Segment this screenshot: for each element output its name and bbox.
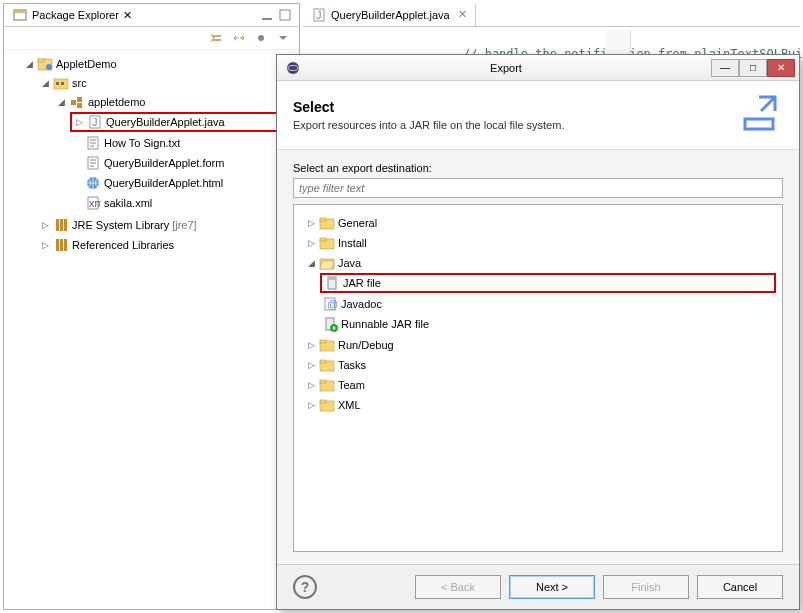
html-file-icon: [85, 175, 101, 191]
expander-icon[interactable]: ▷: [40, 240, 50, 250]
library-icon: [53, 237, 69, 253]
refs-label: Referenced Libraries: [72, 239, 174, 251]
destination-tree[interactable]: ▷General ▷Install ◢Java JAR file @Javado…: [293, 204, 783, 552]
package-folder-icon: [53, 75, 69, 91]
folder-icon: [319, 337, 335, 353]
category-label: Tasks: [338, 359, 366, 371]
folder-icon: [319, 357, 335, 373]
category-label: Install: [338, 237, 367, 249]
svg-point-29: [287, 62, 299, 74]
package-explorer-title: Package Explorer: [32, 9, 119, 21]
svg-rect-9: [56, 82, 59, 85]
src-folder-node[interactable]: ◢ src: [38, 74, 297, 92]
package-explorer-panel: Package Explorer ✕ ◢ AppletDemo: [3, 3, 300, 610]
minimize-button[interactable]: —: [711, 59, 739, 77]
filter-input[interactable]: [293, 178, 783, 198]
svg-rect-2: [262, 18, 272, 20]
expander-icon[interactable]: ▷: [74, 117, 84, 127]
expander-icon[interactable]: ▷: [40, 220, 50, 230]
category-tasks[interactable]: ▷Tasks: [304, 356, 776, 374]
close-icon[interactable]: ✕: [458, 8, 467, 21]
folder-icon: [319, 397, 335, 413]
xml-file-icon: xml: [85, 195, 101, 211]
maximize-button[interactable]: □: [739, 59, 767, 77]
svg-rect-12: [77, 97, 82, 102]
export-option-runnable-jar[interactable]: Runnable JAR file: [320, 315, 776, 333]
view-menu-icon[interactable]: [275, 30, 291, 46]
file-label: sakila.xml: [104, 197, 152, 209]
category-label: Team: [338, 379, 365, 391]
svg-rect-11: [71, 100, 76, 105]
package-explorer-header: Package Explorer ✕: [4, 4, 299, 27]
close-icon[interactable]: ✕: [123, 9, 132, 22]
referenced-libraries-node[interactable]: ▷ Referenced Libraries: [38, 236, 297, 254]
export-option-javadoc[interactable]: @Javadoc: [320, 295, 776, 313]
finish-button: Finish: [603, 575, 689, 599]
java-file-icon: J: [87, 114, 103, 130]
expander-icon[interactable]: ◢: [56, 97, 66, 107]
package-node[interactable]: ◢ appletdemo: [54, 93, 297, 111]
folder-open-icon: [319, 255, 335, 271]
category-xml[interactable]: ▷XML: [304, 396, 776, 414]
category-install[interactable]: ▷Install: [304, 234, 776, 252]
category-general[interactable]: ▷General: [304, 214, 776, 232]
export-dialog: Export — □ ✕ Select Export resources int…: [276, 54, 800, 610]
text-file-node[interactable]: How To Sign.txt: [70, 134, 297, 152]
editor-tab[interactable]: J QueryBuilderApplet.java ✕: [303, 4, 476, 26]
export-option-jar-highlighted[interactable]: JAR file: [320, 273, 776, 293]
expander-icon[interactable]: ◢: [40, 78, 50, 88]
svg-rect-26: [64, 239, 67, 251]
minimize-icon[interactable]: [259, 7, 275, 23]
file-icon: [85, 155, 101, 171]
option-label: Runnable JAR file: [341, 318, 429, 330]
svg-rect-47: [320, 380, 326, 383]
help-button[interactable]: ?: [293, 575, 317, 599]
src-label: src: [72, 77, 87, 89]
package-explorer-toolbar: [4, 27, 299, 50]
jre-library-node[interactable]: ▷ JRE System Library [jre7]: [38, 216, 297, 234]
svg-rect-34: [320, 238, 326, 241]
html-file-node[interactable]: QueryBuilderApplet.html: [70, 174, 297, 192]
category-label: XML: [338, 399, 361, 411]
folder-icon: [319, 215, 335, 231]
category-java[interactable]: ◢Java: [304, 254, 776, 272]
dialog-heading: Select: [293, 99, 564, 115]
maximize-icon[interactable]: [277, 7, 293, 23]
svg-rect-37: [328, 277, 336, 280]
jre-version: [jre7]: [172, 219, 196, 231]
destination-label: Select an export destination:: [293, 162, 783, 174]
file-label: QueryBuilderApplet.form: [104, 157, 224, 169]
expander-icon[interactable]: ◢: [24, 59, 34, 69]
category-team[interactable]: ▷Team: [304, 376, 776, 394]
package-explorer-tab[interactable]: Package Explorer ✕: [4, 4, 140, 26]
project-icon: [37, 56, 53, 72]
category-label: Java: [338, 257, 361, 269]
category-label: Run/Debug: [338, 339, 394, 351]
cancel-button[interactable]: Cancel: [697, 575, 783, 599]
svg-rect-1: [14, 10, 26, 13]
library-icon: [53, 217, 69, 233]
collapse-all-icon[interactable]: [209, 30, 225, 46]
java-file-icon: J: [311, 7, 327, 23]
file-label: QueryBuilderApplet.java: [106, 116, 225, 128]
form-file-node[interactable]: QueryBuilderApplet.form: [70, 154, 297, 172]
xml-file-node[interactable]: xmlsakila.xml: [70, 194, 297, 212]
dialog-title-bar: Export — □ ✕: [277, 55, 799, 81]
svg-rect-23: [64, 219, 67, 231]
java-file-node-highlighted[interactable]: ▷ J QueryBuilderApplet.java: [70, 112, 297, 132]
svg-rect-6: [38, 59, 44, 62]
svg-rect-3: [280, 10, 290, 20]
dialog-footer: ? < Back Next > Finish Cancel: [277, 564, 799, 609]
link-editor-icon[interactable]: [231, 30, 247, 46]
svg-text:J: J: [316, 9, 322, 21]
focus-icon[interactable]: [253, 30, 269, 46]
package-label: appletdemo: [88, 96, 146, 108]
category-rundebug[interactable]: ▷Run/Debug: [304, 336, 776, 354]
export-icon: [735, 91, 783, 139]
javadoc-icon: @: [322, 296, 338, 312]
close-button[interactable]: ✕: [767, 59, 795, 77]
file-label: QueryBuilderApplet.html: [104, 177, 223, 189]
project-node[interactable]: ◢ AppletDemo: [22, 55, 297, 73]
eclipse-icon: [285, 60, 301, 76]
next-button[interactable]: Next >: [509, 575, 595, 599]
